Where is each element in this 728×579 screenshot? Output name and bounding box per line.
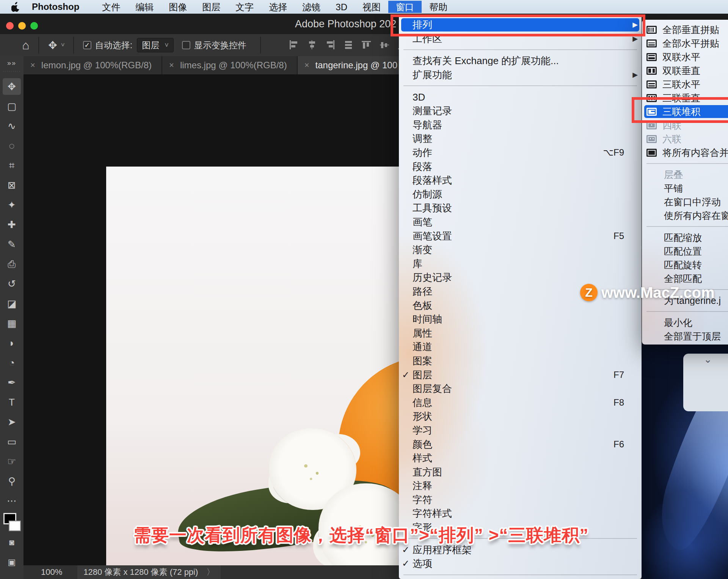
hand-tool[interactable]: ☞ — [3, 453, 21, 470]
path-selection-tool[interactable]: ➤ — [3, 414, 21, 430]
auto-select-checkbox[interactable]: ✓ — [83, 41, 91, 49]
menu-item-图案[interactable]: 图案 — [399, 354, 642, 368]
distribute-icon[interactable] — [344, 40, 353, 50]
menubar-item-选择[interactable]: 选择 — [261, 1, 295, 13]
zoom-level-field[interactable]: 100% — [41, 567, 62, 577]
collapsed-panel-fragment[interactable]: ⌄ — [683, 354, 728, 411]
menu-item-测量记录[interactable]: 测量记录 — [399, 104, 642, 118]
clone-stamp-tool[interactable]: ⎙ — [3, 256, 21, 272]
menubar-item-编辑[interactable]: 编辑 — [128, 1, 161, 13]
menu-item-匹配旋转[interactable]: 匹配旋转 — [642, 258, 728, 272]
dodge-tool[interactable]: ◔ — [3, 354, 21, 371]
move-tool-icon[interactable]: ✥ — [48, 39, 57, 52]
menu-item-学习[interactable]: 学习 — [399, 423, 642, 437]
menu-item-双联垂直[interactable]: 双联垂直 — [642, 64, 728, 77]
menu-item-调整[interactable]: 调整 — [399, 132, 642, 146]
menu-item-仿制源[interactable]: 仿制源 — [399, 187, 642, 201]
menu-item-全部水平拼贴[interactable]: 全部水平拼贴 — [642, 36, 728, 50]
frame-tool[interactable]: ⊠ — [3, 177, 21, 194]
menu-item-查找有关 Exchange 的扩展功能...[interactable]: 查找有关 Exchange 的扩展功能... — [399, 54, 642, 68]
healing-brush-tool[interactable]: ✚ — [3, 216, 21, 233]
menu-item-形状[interactable]: 形状 — [399, 409, 642, 423]
menubar-item-窗口[interactable]: 窗口 — [388, 1, 422, 13]
menubar-item-帮助[interactable]: 帮助 — [422, 1, 455, 13]
lasso-tool[interactable]: ∿ — [3, 118, 21, 134]
menubar-item-视图[interactable]: 视图 — [355, 1, 388, 13]
menu-item-层叠[interactable]: 层叠 — [642, 168, 728, 181]
menu-item-动作[interactable]: 动作⌥F9 — [399, 146, 642, 160]
menu-item-三联水平[interactable]: 三联水平 — [642, 77, 728, 91]
apple-logo-icon[interactable] — [11, 2, 21, 12]
menu-item-属性[interactable]: 属性 — [399, 326, 642, 340]
align-left-icon[interactable] — [289, 40, 299, 50]
history-brush-tool[interactable]: ↺ — [3, 275, 21, 292]
more-tools[interactable]: ⋯ — [3, 492, 21, 509]
menu-item-图层[interactable]: ✓图层F7 — [399, 368, 642, 382]
menu-item-渐变[interactable]: 渐变 — [399, 243, 642, 257]
eyedropper-tool[interactable]: ✦ — [3, 197, 21, 213]
eraser-tool[interactable]: ◪ — [3, 295, 21, 312]
rectangle-tool[interactable]: ▭ — [3, 433, 21, 450]
menu-item-时间轴[interactable]: 时间轴 — [399, 312, 642, 326]
align-middle-icon[interactable] — [380, 40, 390, 50]
menu-item-图层复合[interactable]: 图层复合 — [399, 382, 642, 396]
pen-tool[interactable]: ✒ — [3, 374, 21, 391]
menu-item-匹配缩放[interactable]: 匹配缩放 — [642, 231, 728, 244]
menu-item-全部置于顶层[interactable]: 全部置于顶层 — [642, 329, 728, 343]
menu-item-颜色[interactable]: 颜色F6 — [399, 437, 642, 451]
menu-item-使所有内容在窗[interactable]: 使所有内容在窗 — [642, 209, 728, 222]
menubar-item-3D[interactable]: 3D — [328, 1, 355, 13]
move-tool[interactable]: ✥ — [3, 78, 21, 95]
menu-item-段落样式[interactable]: 段落样式 — [399, 173, 642, 187]
menu-item-注释[interactable]: 注释 — [399, 479, 642, 493]
menu-item-段落[interactable]: 段落 — [399, 159, 642, 173]
menu-item-画笔[interactable]: 画笔 — [399, 215, 642, 229]
close-window-button[interactable] — [6, 22, 14, 30]
menu-item-直方图[interactable]: 直方图 — [399, 465, 642, 479]
menu-item-平铺[interactable]: 平铺 — [642, 181, 728, 195]
menu-item-在窗口中浮动[interactable]: 在窗口中浮动 — [642, 195, 728, 209]
menu-item-全部匹配[interactable]: 全部匹配 — [642, 272, 728, 285]
menu-item-信息[interactable]: 信息F8 — [399, 395, 642, 409]
menubar-item-图层[interactable]: 图层 — [195, 1, 228, 13]
close-tab-icon[interactable]: × — [304, 60, 309, 70]
auto-select-target-dropdown[interactable]: 图层 ˅ — [137, 38, 174, 52]
menu-item-六联[interactable]: 六联 — [642, 132, 728, 146]
gradient-tool[interactable]: ▦ — [3, 315, 21, 332]
home-screen-icon[interactable]: ⌂ — [22, 38, 29, 52]
menu-item-工具预设[interactable]: 工具预设 — [399, 201, 642, 215]
zoom-tool[interactable]: ⚲ — [3, 473, 21, 489]
menubar-item-文件[interactable]: 文件 — [94, 1, 128, 13]
brush-tool[interactable]: ✎ — [3, 236, 21, 253]
menu-item-导航器[interactable]: 导航器 — [399, 118, 642, 132]
type-tool[interactable]: T — [3, 394, 21, 411]
menubar-app-name[interactable]: Photoshop — [32, 2, 79, 12]
document-info-field[interactable]: 1280 像素 x 1280 像素 (72 ppi) 〉 — [77, 565, 221, 579]
close-tab-icon[interactable]: × — [169, 60, 174, 70]
background-color-swatch[interactable] — [9, 521, 21, 531]
align-right-icon[interactable] — [325, 40, 335, 50]
menu-item-将所有内容合并[interactable]: 将所有内容合并 — [642, 146, 728, 159]
menu-item-字符[interactable]: 字符 — [399, 493, 642, 507]
menu-item-字符样式[interactable]: 字符样式 — [399, 507, 642, 521]
menubar-item-滤镜[interactable]: 滤镜 — [295, 1, 328, 13]
menu-item-库[interactable]: 库 — [399, 257, 642, 271]
menu-item-通道[interactable]: 通道 — [399, 340, 642, 354]
menu-item-双联水平[interactable]: 双联水平 — [642, 50, 728, 64]
menu-item-样式[interactable]: 样式 — [399, 451, 642, 465]
crop-tool[interactable]: ⌗ — [3, 157, 21, 174]
document-tab-3[interactable]: ×tangerine.jpg @ 100 — [298, 56, 408, 74]
menu-item-历史记录[interactable]: 历史记录 — [399, 271, 642, 285]
object-selection-tool[interactable]: ◌ — [3, 137, 21, 154]
screen-mode-button[interactable]: ▣ — [3, 554, 21, 571]
double-chevron-icon[interactable]: »» — [7, 59, 16, 67]
menu-item-选项[interactable]: ✓选项 — [399, 557, 642, 571]
menu-item-3D[interactable]: 3D — [399, 90, 642, 104]
menu-item-最小化[interactable]: 最小化 — [642, 316, 728, 329]
document-tab-2[interactable]: ×limes.jpg @ 100%(RGB/8) — [162, 56, 298, 74]
align-top-icon[interactable] — [362, 40, 372, 50]
menu-item-扩展功能[interactable]: 扩展功能▶ — [399, 68, 642, 82]
minimize-window-button[interactable] — [18, 22, 26, 30]
menu-item-全部垂直拼贴[interactable]: 全部垂直拼贴 — [642, 23, 728, 36]
rectangular-marquee-tool[interactable]: ▢ — [3, 98, 21, 115]
